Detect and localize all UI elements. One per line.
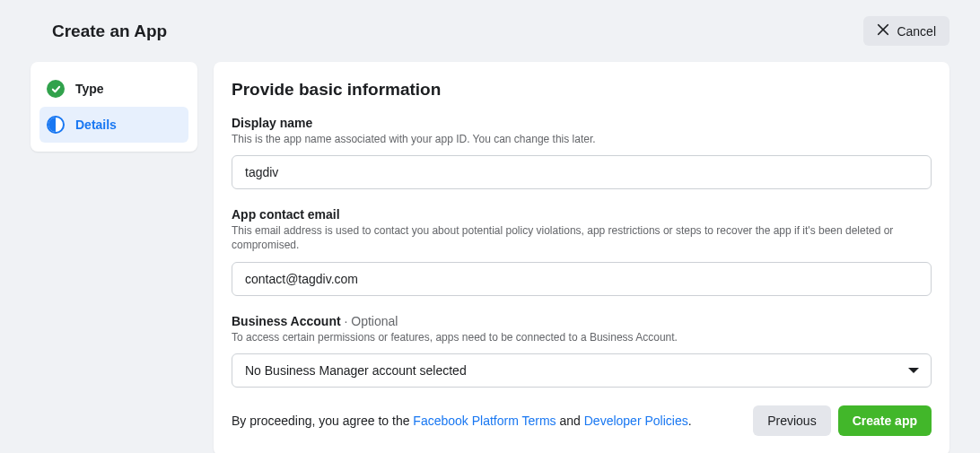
business-account-label-text: Business Account — [232, 314, 341, 328]
developer-policies-link[interactable]: Developer Policies — [584, 414, 688, 428]
step-label: Details — [75, 118, 117, 132]
half-circle-icon — [47, 116, 65, 134]
sidebar-step-type[interactable]: Type — [39, 71, 188, 107]
previous-button[interactable]: Previous — [753, 405, 830, 436]
contact-email-field: App contact email This email address is … — [232, 207, 932, 295]
check-circle-icon — [47, 80, 65, 98]
sidebar-step-details[interactable]: Details — [39, 107, 188, 143]
contact-email-desc: This email address is used to contact yo… — [232, 223, 932, 252]
business-account-label: Business Account · Optional — [232, 314, 932, 328]
display-name-input[interactable] — [232, 155, 932, 189]
steps-sidebar: Type Details — [31, 62, 197, 152]
business-account-field: Business Account · Optional To access ce… — [232, 314, 932, 388]
business-account-select[interactable]: No Business Manager account selected — [232, 353, 932, 388]
consent-suffix: . — [688, 414, 692, 428]
cancel-button[interactable]: Cancel — [863, 16, 949, 46]
create-app-button[interactable]: Create app — [838, 405, 932, 436]
consent-prefix: By proceeding, you agree to the — [232, 414, 413, 428]
contact-email-label: App contact email — [232, 207, 932, 222]
consent-text: By proceeding, you agree to the Facebook… — [232, 414, 692, 428]
display-name-field: Display name This is the app name associ… — [232, 116, 932, 189]
form-card: Provide basic information Display name T… — [214, 62, 949, 453]
display-name-desc: This is the app name associated with you… — [232, 132, 932, 146]
optional-badge: · Optional — [341, 314, 398, 328]
section-title: Provide basic information — [232, 80, 932, 100]
cancel-label: Cancel — [897, 24, 936, 39]
step-label: Type — [75, 82, 104, 96]
close-icon — [877, 23, 889, 39]
page-title: Create an App — [31, 22, 167, 41]
contact-email-input[interactable] — [232, 262, 932, 296]
platform-terms-link[interactable]: Facebook Platform Terms — [413, 414, 556, 428]
display-name-label: Display name — [232, 116, 932, 130]
consent-mid: and — [556, 414, 584, 428]
business-account-desc: To access certain permissions or feature… — [232, 330, 932, 344]
